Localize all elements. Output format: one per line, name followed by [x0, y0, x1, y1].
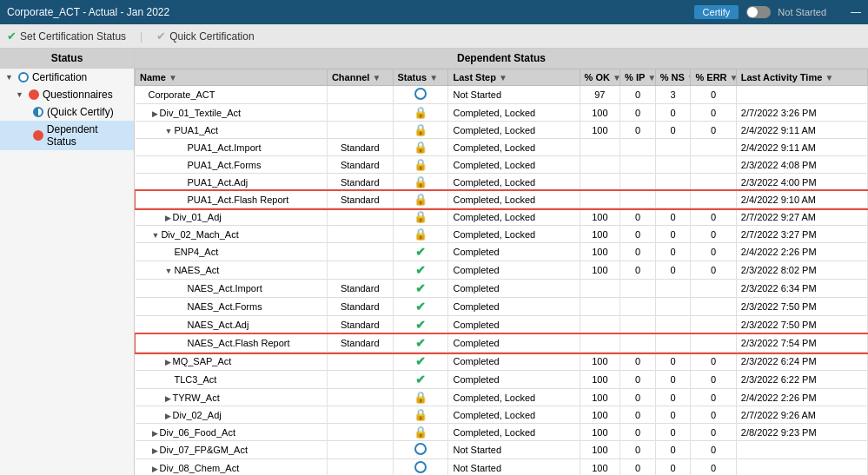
filter-icon-status[interactable]: ▼ — [429, 73, 438, 82]
cell-ok: 100 — [580, 208, 620, 226]
table-row[interactable]: ▶Div_01_Adj 🔒 Completed, Locked 100 0 0 … — [136, 208, 868, 226]
cell-err: 0 — [691, 226, 736, 243]
cell-ns — [655, 280, 691, 298]
table-row[interactable]: ▶Div_02_Adj 🔒 Completed, Locked 100 0 0 … — [136, 406, 868, 424]
arrow-right-icon: ▶ — [165, 358, 171, 366]
tree-item-questionnaires[interactable]: ▼ Questionnaires — [0, 86, 134, 103]
quick-certification-btn[interactable]: ✔ Quick Certification — [156, 30, 254, 43]
cell-channel — [327, 243, 393, 261]
blue-circle-icon — [18, 72, 29, 82]
table-row[interactable]: NAES_Act.Flash Report Standard ✔ Complet… — [136, 334, 868, 353]
table-row[interactable]: ▶MQ_SAP_Act ✔ Completed 100 0 0 0 2/3/20… — [136, 353, 868, 371]
cell-ok: 100 — [580, 371, 620, 389]
table-row[interactable]: PUA1_Act.Forms Standard 🔒 Completed, Loc… — [136, 156, 868, 174]
cell-status: 🔒 — [393, 226, 448, 243]
cell-ns: 0 — [655, 389, 691, 406]
table-row[interactable]: ▶Div_07_FP&GM_Act Not Started 100 0 0 0 — [136, 441, 868, 459]
table-row[interactable]: PUA1_Act.Import Standard 🔒 Completed, Lo… — [136, 139, 868, 156]
cell-ns: 0 — [655, 243, 691, 261]
cell-status: ✔ — [393, 243, 448, 261]
table-row[interactable]: PUA1_Act.Adj Standard 🔒 Completed, Locke… — [136, 174, 868, 191]
cell-ip — [620, 174, 656, 191]
table-row[interactable]: NAES_Act.Forms Standard ✔ Completed 2/3/… — [136, 298, 868, 316]
cell-ns: 0 — [655, 371, 691, 389]
cell-ip — [620, 139, 656, 156]
cell-channel: Standard — [327, 156, 393, 174]
check-icon: ✔ — [415, 373, 426, 386]
table-row[interactable]: ▼PUA1_Act 🔒 Completed, Locked 100 0 0 0 … — [136, 122, 868, 139]
cell-name: ▶Div_07_FP&GM_Act — [136, 441, 328, 459]
cell-laststep: Completed, Locked — [448, 104, 580, 122]
toolbar: ✔ Set Certification Status | ✔ Quick Cer… — [0, 24, 868, 49]
right-panel: Dependent Status Name ▼ Channel ▼ Status… — [135, 49, 868, 475]
cell-ip: 0 — [620, 459, 656, 476]
table-row[interactable]: NAES_Act.Adj Standard ✔ Completed 2/3/20… — [136, 316, 868, 334]
table-row[interactable]: ▼Div_02_Mach_Act 🔒 Completed, Locked 100… — [136, 226, 868, 243]
cell-channel — [327, 459, 393, 476]
filter-icon-ip[interactable]: ▼ — [647, 73, 655, 82]
cell-time — [736, 86, 867, 104]
cell-laststep: Completed, Locked — [448, 226, 580, 243]
cell-channel — [327, 226, 393, 243]
cell-ip: 0 — [620, 371, 656, 389]
empty-circle-icon — [414, 461, 427, 473]
cell-ip — [620, 334, 656, 353]
cell-ns — [655, 191, 691, 208]
tree-item-dependent-status[interactable]: Dependent Status — [0, 121, 134, 150]
set-certification-status-btn[interactable]: ✔ Set Certification Status — [7, 30, 126, 43]
table-header: Name ▼ Channel ▼ Status ▼ Last Step ▼ % … — [136, 69, 868, 86]
cell-channel — [327, 371, 393, 389]
cert-icon: ✔ — [156, 30, 166, 43]
cell-channel: Standard — [327, 298, 393, 316]
cell-err: 0 — [691, 406, 736, 424]
filter-icon-ns[interactable]: ▼ — [687, 73, 691, 82]
certify-button[interactable]: Certify — [693, 4, 740, 20]
cell-ip: 0 — [620, 441, 656, 459]
table-row[interactable]: ▶Div_01_Textile_Act 🔒 Completed, Locked … — [136, 104, 868, 122]
main-layout: Status ▼ Certification ▼ Questionnaires … — [0, 49, 868, 475]
filter-icon-laststep[interactable]: ▼ — [499, 73, 507, 82]
cell-time: 2/3/2022 8:02 PM — [736, 261, 867, 280]
table-row[interactable]: ▶Div_06_Food_Act 🔒 Completed, Locked 100… — [136, 424, 868, 441]
cell-status: 🔒 — [393, 389, 448, 406]
cell-time: 2/7/2022 3:26 PM — [736, 104, 867, 122]
cell-err: 0 — [691, 371, 736, 389]
cell-ns: 3 — [655, 86, 691, 104]
col-header-name: Name ▼ — [136, 69, 328, 86]
cell-err — [691, 139, 736, 156]
cell-name: NAES_Act.Flash Report — [136, 334, 328, 353]
table-row[interactable]: NAES_Act.Import Standard ✔ Completed 2/3… — [136, 280, 868, 298]
cell-status: ✔ — [393, 261, 448, 280]
filter-icon-ok[interactable]: ▼ — [613, 73, 620, 82]
cell-time: 2/4/2022 2:26 PM — [736, 243, 867, 261]
red-circle-icon-dep — [33, 130, 43, 141]
cell-channel — [327, 353, 393, 371]
tree-item-certification[interactable]: ▼ Certification — [0, 69, 134, 86]
filter-icon-channel[interactable]: ▼ — [372, 73, 381, 82]
table-row[interactable]: ▶Div_08_Chem_Act Not Started 100 0 0 0 — [136, 459, 868, 476]
table-row[interactable]: ▼NAES_Act ✔ Completed 100 0 0 0 2/3/2022… — [136, 261, 868, 280]
cell-err: 0 — [691, 261, 736, 280]
cell-ok: 100 — [580, 424, 620, 441]
table-row[interactable]: PUA1_Act.Flash Report Standard 🔒 Complet… — [136, 191, 868, 208]
cell-ok — [580, 191, 620, 208]
minimize-button[interactable]: — — [851, 6, 861, 18]
filter-icon-name[interactable]: ▼ — [169, 73, 177, 82]
cell-err — [691, 280, 736, 298]
tree-item-quick-certify[interactable]: (Quick Certify) — [0, 103, 134, 121]
table-row[interactable]: ▶TYRW_Act 🔒 Completed, Locked 100 0 0 0 … — [136, 389, 868, 406]
cell-name: PUA1_Act.Forms — [136, 156, 328, 174]
lock-icon: 🔒 — [414, 408, 427, 421]
table-row[interactable]: Corporate_ACT Not Started 97 0 3 0 — [136, 86, 868, 104]
table-row[interactable]: TLC3_Act ✔ Completed 100 0 0 0 2/3/2022 … — [136, 371, 868, 389]
filter-icon-err[interactable]: ▼ — [730, 73, 737, 82]
lock-icon: 🔒 — [414, 193, 427, 206]
toggle-switch[interactable] — [746, 6, 771, 18]
cell-ip: 0 — [620, 424, 656, 441]
cell-time: 2/3/2022 4:08 PM — [736, 156, 867, 174]
data-table: Name ▼ Channel ▼ Status ▼ Last Step ▼ % … — [135, 69, 868, 475]
empty-circle-icon — [414, 443, 427, 455]
check-icon: ✔ — [7, 30, 17, 43]
table-row[interactable]: ENP4_Act ✔ Completed 100 0 0 0 2/4/2022 … — [136, 243, 868, 261]
filter-icon-time[interactable]: ▼ — [825, 73, 833, 82]
